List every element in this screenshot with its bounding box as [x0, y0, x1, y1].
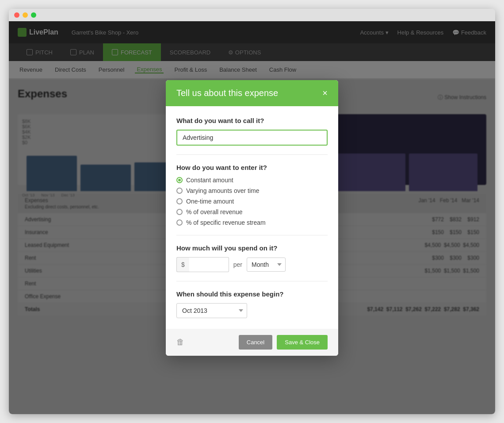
amount-input[interactable]	[189, 257, 229, 272]
entry-type-label: How do you want to enter it?	[176, 164, 328, 171]
expense-name-label: What do you want to call it?	[176, 117, 328, 124]
modal-footer: 🗑 Cancel Save & Close	[166, 329, 338, 356]
save-close-button[interactable]: Save & Close	[277, 335, 328, 350]
divider-1	[176, 154, 328, 155]
close-button[interactable]	[14, 12, 19, 18]
radio-varying-dot	[176, 188, 183, 194]
amount-input-wrap: $	[176, 257, 229, 272]
radio-constant-label: Constant amount	[186, 177, 233, 184]
expense-modal: Tell us about this expense × What do you…	[166, 80, 338, 356]
start-date-select[interactable]: Oct 2013 Nov 2013 Dec 2013 Jan 2014	[176, 303, 247, 318]
radio-onetime-dot	[176, 198, 183, 204]
maximize-button[interactable]	[31, 12, 36, 18]
radio-percent-specific[interactable]: % of specific revenue stream	[176, 219, 328, 226]
cancel-button[interactable]: Cancel	[239, 335, 272, 350]
expense-name-input[interactable]	[176, 130, 328, 146]
modal-header: Tell us about this expense ×	[166, 80, 338, 106]
period-select[interactable]: Month Week Quarter Year	[247, 258, 286, 272]
radio-percent-overall-label: % of overall revenue	[186, 208, 243, 215]
start-date-label: When should this expense begin?	[176, 290, 328, 298]
expense-name-section: What do you want to call it?	[176, 117, 328, 146]
radio-constant-dot	[176, 177, 183, 183]
start-date-section: When should this expense begin? Oct 2013…	[176, 290, 328, 318]
currency-symbol: $	[176, 257, 189, 272]
delete-icon[interactable]: 🗑	[176, 338, 184, 346]
radio-varying-label: Varying amounts over time	[186, 187, 259, 194]
divider-3	[176, 281, 328, 281]
entry-type-section: How do you want to enter it? Constant am…	[176, 164, 328, 226]
modal-close-button[interactable]: ×	[322, 88, 328, 97]
radio-onetime[interactable]: One-time amount	[176, 198, 328, 205]
radio-percent-specific-label: % of specific revenue stream	[186, 219, 266, 226]
radio-percent-overall[interactable]: % of overall revenue	[176, 208, 328, 215]
radio-percent-specific-dot	[176, 219, 183, 226]
per-label: per	[233, 261, 242, 268]
amount-label: How much will you spend on it?	[176, 244, 328, 252]
divider-2	[176, 235, 328, 235]
modal-body: What do you want to call it? How do you …	[166, 106, 338, 318]
amount-section: How much will you spend on it? $ per Mon…	[176, 244, 328, 272]
radio-percent-overall-dot	[176, 209, 183, 215]
modal-overlay: Tell us about this expense × What do you…	[9, 21, 495, 414]
footer-left: 🗑	[176, 338, 234, 347]
entry-type-radio-group: Constant amount Varying amounts over tim…	[176, 177, 328, 226]
radio-onetime-label: One-time amount	[186, 198, 234, 205]
radio-constant[interactable]: Constant amount	[176, 177, 328, 184]
amount-row: $ per Month Week Quarter Year	[176, 257, 328, 272]
radio-varying[interactable]: Varying amounts over time	[176, 187, 328, 194]
minimize-button[interactable]	[23, 12, 28, 18]
modal-title: Tell us about this expense	[176, 88, 278, 98]
window-titlebar	[9, 9, 495, 21]
